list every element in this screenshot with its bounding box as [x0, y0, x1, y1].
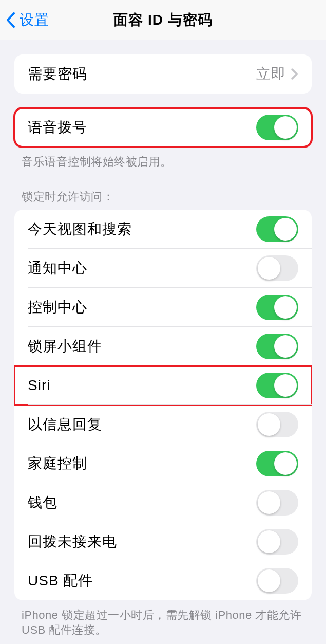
voice-dial-group: 语音拨号	[14, 108, 312, 147]
locked-access-label: 家庭控制	[28, 454, 256, 473]
locked-access-toggle[interactable]	[256, 255, 298, 281]
locked-access-label: 通知中心	[28, 259, 256, 278]
locked-access-label: Siri	[28, 377, 256, 394]
locked-access-header: 锁定时允许访问：	[0, 170, 326, 210]
toggle-knob	[258, 530, 280, 553]
locked-access-row: 今天视图和搜索	[14, 210, 312, 249]
locked-access-row: 家庭控制	[14, 444, 312, 483]
locked-access-toggle[interactable]	[256, 334, 298, 359]
navigation-bar: 设置 面容 ID 与密码	[0, 0, 326, 40]
voice-dial-toggle[interactable]	[256, 115, 298, 140]
toggle-knob	[258, 491, 280, 514]
toggle-knob	[258, 413, 280, 436]
toggle-knob	[258, 257, 280, 280]
locked-access-toggle[interactable]	[256, 529, 298, 555]
voice-dial-row: 语音拨号	[14, 108, 312, 147]
content: 需要密码 立即 语音拨号 音乐语音控制将始终被启用。 锁定时允许访问： 今天视图…	[0, 54, 326, 638]
require-passcode-row[interactable]: 需要密码 立即	[14, 54, 312, 94]
toggle-knob	[274, 116, 297, 139]
back-label: 设置	[20, 10, 49, 30]
locked-access-group: 今天视图和搜索通知中心控制中心锁屏小组件Siri以信息回复家庭控制钱包回拨未接来…	[14, 210, 312, 600]
toggle-knob	[274, 452, 297, 475]
locked-access-toggle[interactable]	[256, 568, 298, 594]
locked-access-footer: iPhone 锁定超过一小时后，需先解锁 iPhone 才能允许 USB 配件连…	[0, 600, 326, 638]
locked-access-toggle[interactable]	[256, 412, 298, 437]
locked-access-row: 回拨未接来电	[14, 522, 312, 561]
require-passcode-label: 需要密码	[28, 64, 256, 84]
chevron-back-icon	[6, 12, 15, 28]
back-button[interactable]: 设置	[0, 10, 49, 30]
locked-access-label: 以信息回复	[28, 415, 256, 434]
toggle-knob	[274, 218, 297, 241]
toggle-knob	[258, 569, 280, 592]
locked-access-row: USB 配件	[14, 561, 312, 600]
locked-access-row: 锁屏小组件	[14, 327, 312, 366]
locked-access-label: 今天视图和搜索	[28, 219, 256, 239]
locked-access-label: 回拨未接来电	[28, 532, 256, 551]
voice-dial-label: 语音拨号	[28, 118, 256, 137]
page-title: 面容 ID 与密码	[113, 10, 213, 30]
voice-dial-footer: 音乐语音控制将始终被启用。	[0, 147, 326, 170]
locked-access-row: 以信息回复	[14, 405, 312, 444]
locked-access-toggle[interactable]	[256, 451, 298, 476]
locked-access-row: Siri	[14, 366, 312, 405]
locked-access-row: 控制中心	[14, 288, 312, 327]
locked-access-toggle[interactable]	[256, 373, 298, 398]
require-passcode-value: 立即	[256, 64, 286, 84]
locked-access-toggle[interactable]	[256, 490, 298, 516]
toggle-knob	[274, 296, 297, 319]
toggle-knob	[274, 335, 297, 358]
locked-access-toggle[interactable]	[256, 295, 298, 320]
chevron-right-icon	[291, 68, 298, 80]
locked-access-label: 钱包	[28, 493, 256, 512]
locked-access-row: 通知中心	[14, 249, 312, 288]
locked-access-label: 控制中心	[28, 298, 256, 317]
locked-access-label: 锁屏小组件	[28, 337, 256, 356]
require-passcode-group: 需要密码 立即	[14, 54, 312, 94]
locked-access-toggle[interactable]	[256, 216, 298, 242]
toggle-knob	[274, 374, 297, 397]
locked-access-label: USB 配件	[28, 571, 256, 591]
locked-access-row: 钱包	[14, 483, 312, 522]
